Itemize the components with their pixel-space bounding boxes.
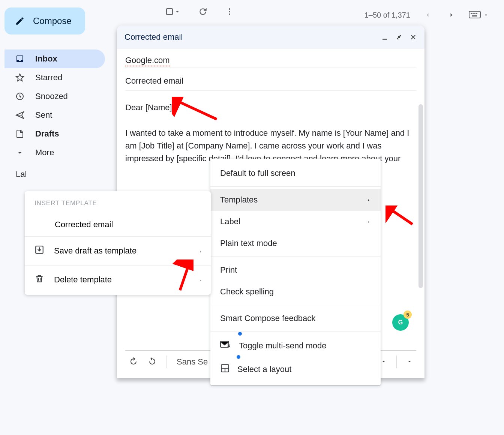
pagination: 1–50 of 1,371 (364, 8, 489, 22)
menu-print[interactable]: Print (210, 259, 381, 281)
menu-check-spelling[interactable]: Check spelling (210, 281, 381, 303)
svg-rect-5 (469, 11, 480, 18)
body-greeting: Dear [Name], (125, 101, 416, 114)
svg-rect-6 (471, 13, 472, 14)
grammarly-badge[interactable]: G 5 (392, 314, 409, 331)
grammarly-letter: G (398, 319, 403, 326)
format-dropdown[interactable] (381, 357, 387, 367)
menu-select-layout[interactable]: Select a layout (210, 357, 381, 381)
font-selector[interactable]: Sans Se (177, 357, 208, 367)
annotation-arrow (386, 206, 416, 228)
sidebar: Compose Inbox Starred Snoozed Sent Draft… (0, 0, 112, 179)
pencil-icon (15, 16, 25, 26)
draft-icon (15, 129, 25, 139)
chevron-right-icon (366, 217, 371, 226)
compose-more-menu: Default to full screen Templates Label P… (210, 159, 381, 385)
send-icon (15, 110, 25, 120)
sidebar-item-label: Drafts (35, 129, 59, 139)
compose-body[interactable]: Dear [Name], I wanted to take a moment t… (125, 91, 416, 165)
to-field[interactable]: Google.com (125, 49, 416, 68)
chevron-down-icon (15, 148, 25, 158)
clock-icon (15, 92, 25, 101)
chevron-right-icon (199, 246, 202, 256)
sidebar-item-snoozed[interactable]: Snoozed (4, 87, 105, 106)
menu-templates[interactable]: Templates (210, 189, 381, 211)
sidebar-item-sent[interactable]: Sent (4, 106, 105, 124)
subject-field[interactable]: Corrected email (125, 68, 416, 91)
svg-point-3 (229, 11, 230, 12)
sidebar-item-label: Snoozed (35, 92, 68, 101)
close-button[interactable] (410, 33, 417, 41)
menu-smart-compose-feedback[interactable]: Smart Compose feedback (210, 308, 381, 329)
sidebar-item-label: Inbox (35, 54, 57, 64)
svg-rect-1 (166, 9, 172, 15)
chevron-right-icon (199, 275, 202, 285)
chevron-right-icon (366, 195, 371, 205)
sidebar-item-label: More (35, 148, 54, 158)
svg-line-15 (176, 100, 217, 119)
minimize-button[interactable] (381, 33, 388, 41)
svg-rect-10 (472, 15, 477, 16)
svg-point-4 (229, 14, 230, 15)
svg-rect-7 (472, 13, 474, 14)
layout-icon (220, 363, 230, 375)
inbox-icon (15, 54, 25, 64)
compose-title: Corrected email (124, 32, 183, 42)
sidebar-item-label: Starred (35, 73, 62, 82)
recipient-chip: Google.com (125, 56, 170, 66)
sidebar-item-more[interactable]: More (4, 143, 105, 162)
more-button[interactable] (225, 7, 234, 16)
submenu-header: INSERT TEMPLATE (25, 191, 211, 213)
svg-line-16 (180, 264, 189, 290)
sidebar-item-starred[interactable]: Starred (4, 68, 105, 87)
compose-button[interactable]: Compose (4, 8, 85, 34)
scrollbar[interactable] (418, 104, 423, 288)
svg-line-17 (389, 208, 412, 224)
sidebar-item-inbox[interactable]: Inbox (4, 50, 105, 68)
menu-default-fullscreen[interactable]: Default to full screen (210, 162, 381, 184)
next-page-button[interactable] (445, 8, 458, 22)
annotation-arrow (165, 260, 194, 293)
sidebar-item-label: Sent (35, 110, 52, 120)
svg-rect-8 (474, 13, 476, 14)
undo-button[interactable] (129, 356, 138, 368)
select-checkbox[interactable] (165, 7, 181, 16)
compose-header: Corrected email (117, 26, 424, 49)
prev-page-button[interactable] (421, 8, 434, 22)
sidebar-item-drafts[interactable]: Drafts (4, 124, 105, 143)
grammarly-count: 5 (404, 310, 412, 319)
annotation-arrow (172, 97, 220, 123)
star-icon (15, 73, 25, 82)
input-tools-button[interactable] (469, 11, 489, 19)
more-options-button[interactable] (406, 357, 412, 367)
svg-rect-11 (382, 39, 387, 40)
menu-plain-text[interactable]: Plain text mode (210, 232, 381, 254)
menu-toggle-multisend[interactable]: Toggle multi-send mode (210, 334, 381, 357)
labels-header: Lal (4, 162, 112, 179)
trash-icon (34, 274, 44, 286)
fullscreen-button[interactable] (395, 33, 403, 41)
redo-button[interactable] (148, 356, 157, 368)
svg-rect-9 (476, 13, 477, 14)
svg-point-2 (229, 8, 230, 10)
template-item-corrected-email[interactable]: Corrected email (25, 213, 211, 236)
save-icon (34, 245, 44, 257)
refresh-button[interactable] (198, 7, 208, 16)
menu-label[interactable]: Label (210, 211, 381, 232)
compose-label: Compose (33, 16, 72, 26)
mail-toolbar (165, 7, 234, 16)
envelope-icon (220, 340, 231, 351)
pagination-text: 1–50 of 1,371 (364, 11, 410, 20)
